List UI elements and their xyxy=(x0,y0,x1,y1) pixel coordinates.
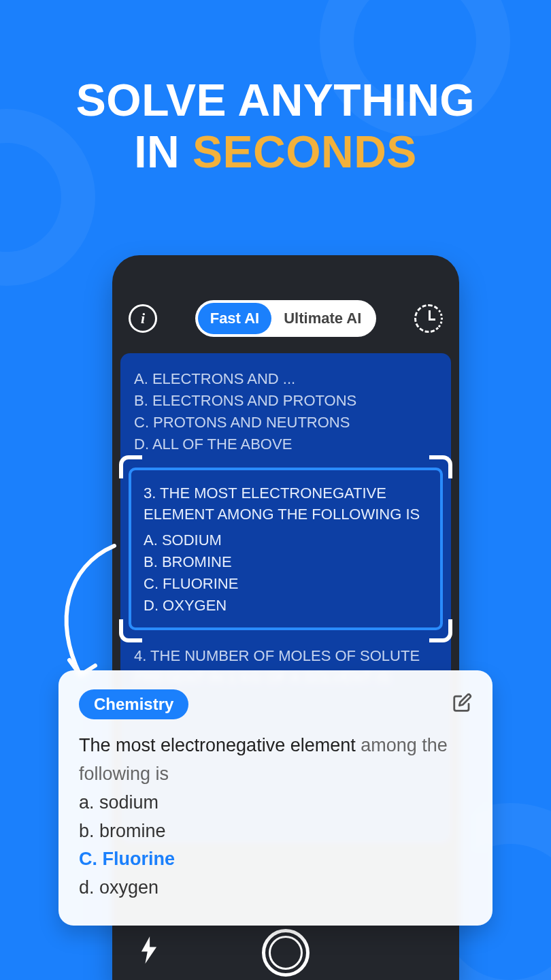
option-d: d. oxygen xyxy=(79,874,472,902)
crop-corner-tl[interactable] xyxy=(119,455,142,478)
ai-mode-toggle[interactable]: Fast AI Ultimate AI xyxy=(195,300,377,337)
crop-corner-br[interactable] xyxy=(429,619,452,642)
previous-question-partial: A. ELECTRONS AND ... B. ELECTRONS AND PR… xyxy=(134,368,437,455)
shutter-button[interactable] xyxy=(262,929,310,977)
top-bar: i Fast AI Ultimate AI xyxy=(112,255,459,353)
option-a: a. sodium xyxy=(79,789,472,817)
toggle-fast-ai[interactable]: Fast AI xyxy=(198,303,272,334)
crop-frame[interactable]: 3. THE MOST ELECTRONEGATIVE ELEMENT AMON… xyxy=(129,468,443,630)
info-icon[interactable]: i xyxy=(129,304,157,333)
subject-badge[interactable]: Chemistry xyxy=(79,689,188,719)
flash-icon[interactable] xyxy=(139,936,158,969)
arrow-icon xyxy=(46,539,128,689)
option-b: b. bromine xyxy=(79,817,472,846)
headline-line1: SOLVE ANYTHING xyxy=(0,75,551,127)
crop-corner-tr[interactable] xyxy=(429,455,452,478)
edit-icon[interactable] xyxy=(452,693,472,716)
answer-card: Chemistry The most electronegative eleme… xyxy=(59,670,492,926)
headline-line2b: SECONDS xyxy=(193,127,417,177)
option-c-correct: C. Fluorine xyxy=(79,845,472,874)
answer-body: The most electronegative element among t… xyxy=(79,732,472,902)
toggle-ultimate-ai[interactable]: Ultimate AI xyxy=(271,303,373,334)
selected-question: 3. THE MOST ELECTRONEGATIVE ELEMENT AMON… xyxy=(129,468,443,630)
history-icon[interactable] xyxy=(414,304,443,333)
headline-line2a: IN xyxy=(134,127,193,177)
answer-question-lead: The most electronegative element xyxy=(79,735,361,755)
camera-controls xyxy=(112,926,459,980)
headline: SOLVE ANYTHING IN SECONDS xyxy=(0,75,551,178)
